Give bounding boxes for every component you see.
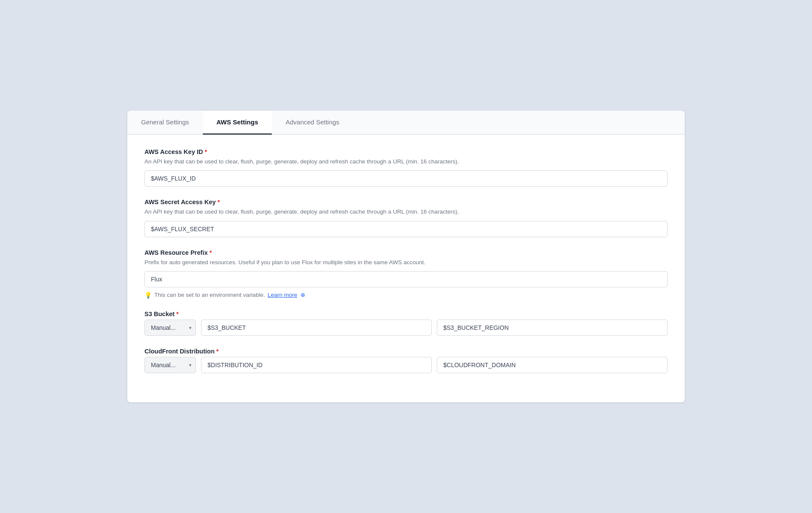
aws-access-key-id-label-text: AWS Access Key ID	[144, 148, 203, 155]
s3-bucket-select[interactable]: Manual...	[144, 320, 196, 336]
aws-access-key-id-required: *	[205, 148, 207, 155]
aws-secret-access-key-label-text: AWS Secret Access Key	[144, 199, 216, 205]
s3-bucket-select-wrapper: Manual... ▾	[144, 320, 196, 336]
aws-resource-prefix-label-text: AWS Resource Prefix	[144, 249, 208, 256]
aws-access-key-id-input[interactable]	[144, 170, 668, 187]
s3-bucket-row: Manual... ▾	[144, 320, 668, 336]
bulb-icon: 💡	[144, 292, 152, 299]
field-group-s3-bucket: S3 Bucket * Manual... ▾	[144, 311, 668, 336]
cloudfront-distribution-required: *	[217, 348, 219, 355]
field-group-aws-resource-prefix: AWS Resource Prefix * Prefix for auto ge…	[144, 249, 668, 299]
s3-bucket-label-text: S3 Bucket	[144, 311, 174, 317]
cloudfront-distribution-id-input[interactable]	[201, 357, 432, 373]
s3-bucket-required: *	[176, 311, 178, 317]
tab-aws-settings[interactable]: AWS Settings	[203, 111, 272, 135]
field-group-aws-secret-access-key: AWS Secret Access Key * An API key that …	[144, 199, 668, 237]
cloudfront-select[interactable]: Manual...	[144, 357, 196, 373]
cloudfront-distribution-label-text: CloudFront Distribution	[144, 348, 215, 355]
aws-secret-access-key-description: An API key that can be used to clear, fl…	[144, 208, 668, 216]
s3-bucket-name-input[interactable]	[201, 320, 432, 336]
settings-card: General Settings AWS Settings Advanced S…	[127, 111, 685, 402]
aws-resource-prefix-label: AWS Resource Prefix *	[144, 249, 668, 256]
aws-secret-access-key-required: *	[217, 199, 220, 205]
aws-secret-access-key-label: AWS Secret Access Key *	[144, 199, 668, 205]
learn-more-link[interactable]: Learn more	[268, 292, 297, 298]
aws-access-key-id-label: AWS Access Key ID *	[144, 148, 668, 155]
s3-bucket-label: S3 Bucket *	[144, 311, 668, 317]
cloudfront-select-wrapper: Manual... ▾	[144, 357, 196, 373]
tab-advanced-settings[interactable]: Advanced Settings	[272, 111, 353, 135]
cloudfront-domain-input[interactable]	[437, 357, 668, 373]
tab-general-settings[interactable]: General Settings	[127, 111, 203, 135]
aws-resource-prefix-hint: 💡 This can be set to an environment vari…	[144, 292, 668, 299]
field-group-aws-access-key-id: AWS Access Key ID * An API key that can …	[144, 148, 668, 187]
aws-access-key-id-description: An API key that can be used to clear, fl…	[144, 157, 668, 166]
cloudfront-distribution-row: Manual... ▾	[144, 357, 668, 373]
aws-resource-prefix-input[interactable]	[144, 271, 668, 287]
aws-secret-access-key-input[interactable]	[144, 221, 668, 237]
s3-bucket-region-input[interactable]	[437, 320, 668, 336]
aws-resource-prefix-required: *	[209, 249, 211, 256]
field-group-cloudfront-distribution: CloudFront Distribution * Manual... ▾	[144, 348, 668, 373]
aws-resource-prefix-description: Prefix for auto generated resources. Use…	[144, 258, 668, 267]
learn-more-icon: ⊕	[301, 292, 305, 298]
tab-content: AWS Access Key ID * An API key that can …	[127, 135, 685, 402]
cloudfront-distribution-label: CloudFront Distribution *	[144, 348, 668, 355]
tabs-bar: General Settings AWS Settings Advanced S…	[127, 111, 685, 135]
hint-text: This can be set to an environment variab…	[154, 292, 265, 298]
